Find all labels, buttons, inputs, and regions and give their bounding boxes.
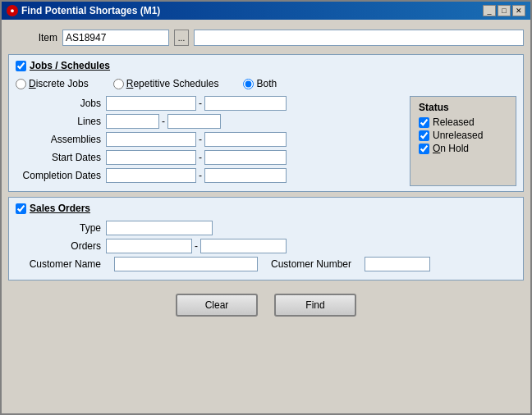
status-box: Status Released Unreleased On Hold — [410, 96, 516, 186]
start-dates-to-input[interactable] — [204, 150, 287, 165]
lines-dash: - — [159, 116, 167, 127]
status-released-checkbox[interactable] — [419, 117, 429, 128]
item-input[interactable] — [62, 30, 169, 46]
sales-orders-row: Orders - — [16, 239, 516, 253]
status-unreleased-checkbox[interactable] — [419, 130, 429, 141]
jobs-section: Jobs / Schedules Discrete Jobs Repetitiv… — [8, 54, 524, 192]
item-desc-input[interactable] — [194, 30, 524, 46]
lines-from-input[interactable] — [106, 114, 159, 129]
sales-section-title: Sales Orders — [30, 203, 90, 214]
customer-name-label: Customer Name — [16, 258, 106, 270]
status-on-hold-checkbox[interactable] — [419, 144, 429, 154]
radio-discrete[interactable]: Discrete Jobs — [16, 78, 89, 89]
title-bar-left: ● Find Potential Shortages (M1) — [7, 5, 160, 16]
status-on-hold-label: On Hold — [433, 143, 469, 154]
assemblies-dash: - — [196, 134, 204, 145]
sales-type-row: Type — [16, 221, 516, 235]
app-icon: ● — [7, 5, 18, 16]
sales-checkbox[interactable] — [16, 203, 26, 214]
minimize-button[interactable]: _ — [483, 5, 496, 16]
title-buttons: _ □ ✕ — [483, 5, 525, 16]
sales-customer-row: Customer Name Customer Number — [16, 257, 516, 271]
assemblies-field-row: Assemblies - — [16, 132, 403, 147]
radio-both-label: Both — [256, 78, 277, 89]
radio-both-input[interactable] — [243, 79, 254, 89]
close-button[interactable]: ✕ — [512, 5, 525, 16]
assemblies-from-input[interactable] — [106, 132, 196, 147]
start-dates-field-row: Start Dates - — [16, 150, 403, 165]
status-released-label: Released — [433, 116, 475, 128]
customer-number-label: Customer Number — [266, 258, 356, 270]
lines-to-input[interactable] — [167, 114, 221, 129]
radio-discrete-label: Discrete Jobs — [29, 78, 89, 89]
sales-orders-dash: - — [192, 240, 200, 252]
status-unreleased-label: Unreleased — [433, 130, 483, 141]
radio-discrete-input[interactable] — [16, 79, 26, 89]
status-unreleased: Unreleased — [419, 130, 507, 141]
sales-orders-from-input[interactable] — [106, 239, 192, 253]
completion-dates-field-row: Completion Dates - — [16, 168, 403, 183]
jobs-to-input[interactable] — [204, 96, 287, 111]
completion-dates-dash: - — [196, 170, 204, 181]
lines-field-label: Lines — [16, 116, 106, 127]
radio-repetitive-label: Repetitive Schedules — [126, 78, 219, 89]
jobs-form-fields: Jobs - Lines - Assemblies — [16, 96, 403, 186]
item-row: Item ... — [8, 26, 524, 49]
customer-name-input[interactable] — [114, 257, 258, 271]
content-area: Item ... Jobs / Schedules Discrete Jobs … — [2, 20, 530, 413]
sales-section: Sales Orders Type Orders - Customer Name… — [8, 197, 524, 280]
jobs-checkbox[interactable] — [16, 61, 26, 71]
status-on-hold: On Hold — [419, 143, 507, 154]
window-title: Find Potential Shortages (M1) — [21, 5, 160, 16]
sales-section-header: Sales Orders — [16, 203, 516, 214]
radio-repetitive[interactable]: Repetitive Schedules — [113, 78, 219, 89]
jobs-section-header: Jobs / Schedules — [16, 60, 516, 71]
sales-type-input[interactable] — [106, 221, 213, 235]
jobs-dash: - — [196, 98, 204, 109]
sales-orders-label: Orders — [16, 240, 106, 252]
radio-both[interactable]: Both — [243, 78, 277, 89]
status-title: Status — [419, 102, 507, 113]
customer-number-input[interactable] — [365, 257, 430, 271]
maximize-button[interactable]: □ — [498, 5, 511, 16]
start-dates-from-input[interactable] — [106, 150, 196, 165]
lines-field-row: Lines - — [16, 114, 403, 129]
start-dates-dash: - — [196, 152, 204, 163]
sales-orders-to-input[interactable] — [200, 239, 287, 253]
jobs-from-input[interactable] — [106, 96, 196, 111]
sales-type-label: Type — [16, 222, 106, 234]
item-label: Item — [8, 32, 57, 43]
find-button[interactable]: Find — [274, 294, 356, 317]
jobs-field-label: Jobs — [16, 98, 106, 109]
jobs-section-title: Jobs / Schedules — [30, 60, 110, 71]
radio-row: Discrete Jobs Repetitive Schedules Both — [16, 78, 516, 89]
radio-repetitive-input[interactable] — [113, 79, 124, 89]
title-bar: ● Find Potential Shortages (M1) _ □ ✕ — [2, 2, 530, 20]
assemblies-to-input[interactable] — [204, 132, 287, 147]
assemblies-field-label: Assemblies — [16, 134, 106, 145]
clear-button[interactable]: Clear — [176, 294, 258, 317]
status-released: Released — [419, 116, 507, 128]
completion-dates-to-input[interactable] — [204, 168, 287, 183]
jobs-form-grid: Jobs - Lines - Assemblies — [16, 96, 516, 186]
jobs-field-row: Jobs - — [16, 96, 403, 111]
item-browse-button[interactable]: ... — [174, 30, 189, 46]
main-window: ● Find Potential Shortages (M1) _ □ ✕ It… — [0, 0, 532, 415]
button-row: Clear Find — [8, 285, 524, 320]
start-dates-field-label: Start Dates — [16, 152, 106, 163]
completion-dates-field-label: Completion Dates — [16, 170, 106, 181]
completion-dates-from-input[interactable] — [106, 168, 196, 183]
